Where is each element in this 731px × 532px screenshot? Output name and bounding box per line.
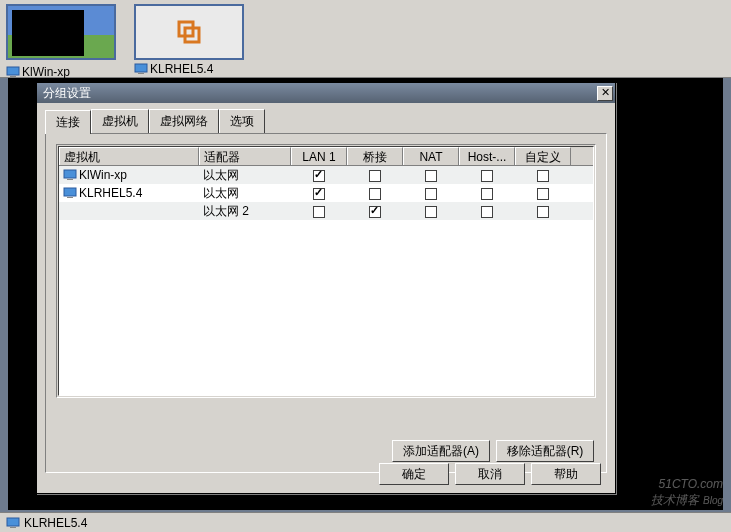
vmware-logo-icon xyxy=(175,18,203,46)
statusbar: KLRHEL5.4 xyxy=(0,512,731,532)
col-custom[interactable]: 自定义 xyxy=(515,147,571,165)
svg-rect-5 xyxy=(138,73,144,74)
vm-icon xyxy=(63,187,77,199)
svg-rect-8 xyxy=(64,188,76,196)
row-name: KLRHEL5.4 xyxy=(79,186,142,200)
checkbox[interactable] xyxy=(369,206,381,218)
checkbox[interactable] xyxy=(481,206,493,218)
tab-panel: 虚拟机 适配器 LAN 1 桥接 NAT Host-... 自定义 KlWin-… xyxy=(45,133,607,473)
vm-tile-label: KlWin-xp xyxy=(22,65,70,79)
checkbox[interactable] xyxy=(537,170,549,182)
checkbox[interactable] xyxy=(425,188,437,200)
checkbox[interactable] xyxy=(425,170,437,182)
col-vm[interactable]: 虚拟机 xyxy=(59,147,199,165)
tab-vm[interactable]: 虚拟机 xyxy=(91,109,149,133)
svg-rect-10 xyxy=(7,518,19,526)
svg-rect-9 xyxy=(67,197,73,198)
row-adapter: 以太网 2 xyxy=(199,202,291,221)
table-row[interactable]: 以太网 2 xyxy=(59,202,593,220)
col-lan1[interactable]: LAN 1 xyxy=(291,147,347,165)
status-label: KLRHEL5.4 xyxy=(24,516,87,530)
table-header: 虚拟机 适配器 LAN 1 桥接 NAT Host-... 自定义 xyxy=(59,147,593,166)
checkbox[interactable] xyxy=(313,170,325,182)
ok-button[interactable]: 确定 xyxy=(379,463,449,485)
cancel-button[interactable]: 取消 xyxy=(455,463,525,485)
checkbox[interactable] xyxy=(313,206,325,218)
table-row[interactable]: KLRHEL5.4以太网 xyxy=(59,184,593,202)
checkbox[interactable] xyxy=(537,188,549,200)
svg-rect-11 xyxy=(10,527,16,528)
checkbox[interactable] xyxy=(481,188,493,200)
group-settings-dialog: 分组设置 ✕ 连接 虚拟机 虚拟网络 选项 虚拟机 适配器 LAN 1 桥接 N… xyxy=(36,82,616,494)
svg-rect-4 xyxy=(135,64,147,72)
tab-vnet[interactable]: 虚拟网络 xyxy=(149,109,219,133)
svg-rect-6 xyxy=(64,170,76,178)
tab-connect[interactable]: 连接 xyxy=(45,110,91,134)
tab-row: 连接 虚拟机 虚拟网络 选项 xyxy=(37,103,615,133)
table-row[interactable]: KlWin-xp以太网 xyxy=(59,166,593,184)
vm-icon xyxy=(134,63,148,75)
vm-tile-rhel[interactable]: KLRHEL5.4 xyxy=(134,4,254,76)
row-adapter: 以太网 xyxy=(199,166,291,185)
svg-rect-0 xyxy=(7,67,19,75)
checkbox[interactable] xyxy=(537,206,549,218)
tab-options[interactable]: 选项 xyxy=(219,109,265,133)
vm-icon xyxy=(6,517,20,529)
row-adapter: 以太网 xyxy=(199,184,291,203)
svg-rect-1 xyxy=(10,76,16,77)
col-hostonly[interactable]: Host-... xyxy=(459,147,515,165)
vm-tile-label: KLRHEL5.4 xyxy=(150,62,213,76)
checkbox[interactable] xyxy=(369,170,381,182)
desktop-tiles: KlWin-xp KLRHEL5.4 xyxy=(0,0,731,78)
dialog-titlebar[interactable]: 分组设置 ✕ xyxy=(37,83,615,103)
checkbox[interactable] xyxy=(369,188,381,200)
col-nat[interactable]: NAT xyxy=(403,147,459,165)
close-button[interactable]: ✕ xyxy=(597,86,613,101)
vm-tile-winxp[interactable]: KlWin-xp xyxy=(6,4,126,79)
checkbox[interactable] xyxy=(425,206,437,218)
add-adapter-button[interactable]: 添加适配器(A) xyxy=(392,440,490,462)
checkbox[interactable] xyxy=(313,188,325,200)
vm-thumbnail xyxy=(134,4,244,60)
vm-thumbnail xyxy=(6,4,116,60)
vm-icon xyxy=(63,169,77,181)
dialog-title: 分组设置 xyxy=(43,85,91,102)
adapter-table: 虚拟机 适配器 LAN 1 桥接 NAT Host-... 自定义 KlWin-… xyxy=(58,146,594,396)
vm-icon xyxy=(6,66,20,78)
remove-adapter-button[interactable]: 移除适配器(R) xyxy=(496,440,594,462)
col-adapter[interactable]: 适配器 xyxy=(199,147,291,165)
row-name: KlWin-xp xyxy=(79,168,127,182)
help-button[interactable]: 帮助 xyxy=(531,463,601,485)
svg-rect-7 xyxy=(67,179,73,180)
col-bridge[interactable]: 桥接 xyxy=(347,147,403,165)
checkbox[interactable] xyxy=(481,170,493,182)
